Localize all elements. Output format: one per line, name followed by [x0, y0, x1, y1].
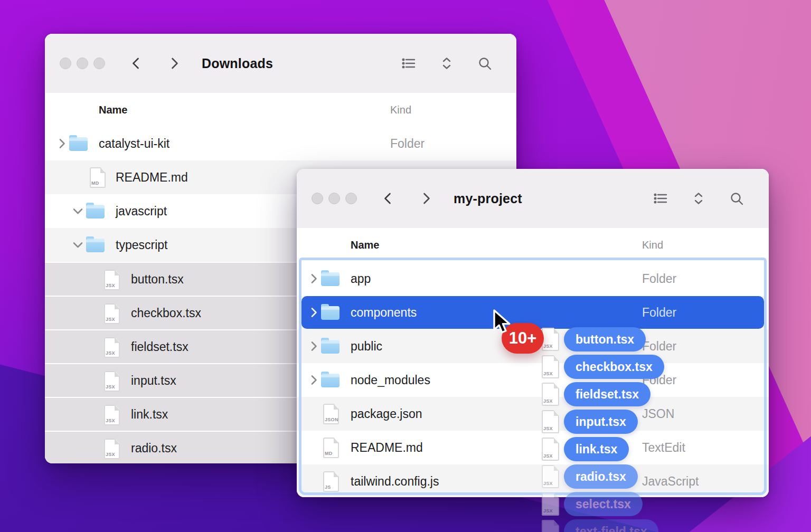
minimize-button[interactable] [328, 193, 340, 204]
forward-button[interactable] [167, 56, 182, 71]
chevron-right-icon[interactable] [59, 138, 65, 149]
file-row-tailwind.config.js[interactable]: JStailwind.config.jsJavaScript [297, 464, 769, 497]
file-name-label: fieldset.tsx [131, 340, 188, 354]
file-name-label: public [351, 339, 382, 354]
file-icon: JSX [104, 303, 120, 324]
file-row-components[interactable]: componentsFolder [297, 296, 769, 329]
titlebar: my-project [297, 169, 769, 229]
file-type-tag: JSX [106, 418, 115, 423]
close-button[interactable] [60, 58, 71, 69]
file-kind-label: Folder [642, 373, 676, 387]
file-name-label: input.tsx [131, 374, 176, 388]
file-kind-label: JSON [642, 407, 674, 421]
folder-icon [321, 272, 340, 286]
traffic-lights [312, 193, 357, 204]
file-icon: JSX [104, 270, 120, 290]
sort-icon[interactable] [439, 56, 454, 71]
file-icon: MD [90, 167, 106, 188]
chevron-right-icon[interactable] [310, 375, 317, 385]
file-name-label: app [351, 272, 371, 286]
file-icon: JSX [104, 337, 120, 358]
file-name-label: tailwind.config.js [351, 474, 439, 489]
window-title: my-project [454, 169, 522, 228]
file-row-README.md[interactable]: MDREADME.mdTextEdit [297, 431, 769, 464]
zoom-button[interactable] [93, 58, 105, 69]
file-type-tag: JSX [106, 452, 115, 457]
file-name-label: button.tsx [131, 272, 184, 287]
list-header: Name Kind [297, 228, 769, 262]
minimize-button[interactable] [77, 58, 88, 69]
file-name-label: README.md [351, 441, 423, 455]
column-header-name[interactable]: Name [351, 239, 379, 251]
chevron-right-icon [419, 191, 433, 206]
file-type-tag: JSX [106, 350, 115, 356]
file-icon: MD [323, 438, 339, 458]
search-icon[interactable] [729, 191, 744, 206]
file-name-label: checkbox.tsx [131, 306, 201, 320]
back-button[interactable] [381, 191, 395, 206]
file-name-label: catalyst-ui-kit [99, 137, 169, 151]
close-button[interactable] [312, 193, 323, 204]
file-name-label: javascript [116, 204, 167, 218]
folder-icon [86, 239, 105, 252]
folder-icon [69, 137, 88, 151]
folder-icon [321, 374, 340, 387]
column-header-kind[interactable]: Kind [390, 104, 411, 116]
zoom-button[interactable] [345, 193, 357, 204]
file-name-label: typescript [116, 238, 167, 252]
file-icon: JSX [104, 439, 120, 459]
chevron-left-icon [381, 191, 395, 206]
chevron-right-icon[interactable] [310, 273, 317, 284]
file-icon: JSX [104, 405, 120, 425]
file-type-tag: JSX [106, 317, 115, 322]
file-type-tag: MD [325, 451, 333, 456]
file-icon: JS [323, 471, 339, 492]
file-row-catalyst-ui-kit[interactable]: catalyst-ui-kitFolder [45, 127, 516, 160]
chevron-right-icon [167, 56, 182, 71]
folder-icon [321, 340, 340, 354]
list-header: Name Kind [45, 93, 516, 127]
back-button[interactable] [129, 56, 144, 71]
file-type-tag: JSX [106, 283, 115, 288]
file-name-label: radio.tsx [131, 441, 177, 455]
file-icon: JSX [104, 371, 120, 392]
file-row-public[interactable]: publicFolder [297, 329, 769, 363]
file-row-app[interactable]: appFolder [297, 262, 769, 296]
file-name-label: package.json [351, 407, 422, 421]
window-title: Downloads [202, 34, 273, 93]
file-kind-label: Folder [642, 339, 676, 354]
file-type-tag: JS [325, 484, 331, 490]
sort-icon[interactable] [691, 191, 706, 206]
file-type-tag: JSON [325, 417, 338, 422]
finder-window-my-project: my-project Name Kind appFoldercomponents… [297, 169, 769, 497]
file-type-tag: MD [91, 180, 99, 186]
file-kind-label: Folder [642, 306, 676, 320]
chevron-down-icon[interactable] [73, 208, 83, 215]
search-icon[interactable] [477, 56, 492, 71]
file-row-node_modules[interactable]: node_modulesFolder [297, 363, 769, 397]
file-name-label: link.tsx [131, 407, 168, 422]
chevron-down-icon[interactable] [73, 242, 83, 249]
file-list: appFoldercomponentsFolderpublicFoldernod… [297, 262, 769, 497]
file-kind-label: Folder [390, 137, 425, 151]
chevron-right-icon[interactable] [310, 341, 317, 352]
column-header-name[interactable]: Name [99, 104, 127, 116]
file-name-label: node_modules [351, 373, 430, 387]
column-header-kind[interactable]: Kind [642, 239, 663, 251]
chevron-right-icon[interactable] [310, 307, 317, 318]
file-row-package.json[interactable]: JSONpackage.jsonJSON [297, 397, 769, 431]
file-icon: JSON [323, 404, 339, 424]
forward-button[interactable] [419, 191, 433, 206]
file-type-tag: JSX [106, 384, 115, 390]
file-name-label: components [351, 306, 417, 320]
file-name-label: README.md [116, 170, 188, 185]
chevron-left-icon [129, 56, 144, 71]
traffic-lights [60, 58, 105, 69]
folder-icon [86, 205, 105, 218]
file-kind-label: TextEdit [642, 441, 685, 455]
list-view-icon[interactable] [653, 191, 668, 206]
file-kind-label: Folder [642, 272, 676, 286]
list-view-icon[interactable] [401, 56, 416, 71]
file-kind-label: JavaScript [642, 474, 699, 489]
titlebar: Downloads [45, 34, 516, 93]
